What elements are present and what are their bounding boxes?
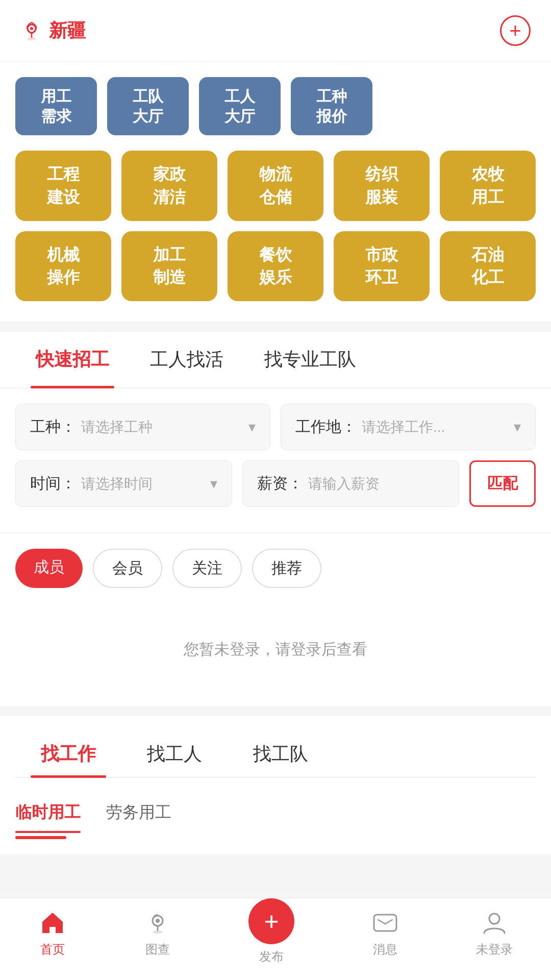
nav-map-label: 图查 [145, 941, 170, 958]
nav-publish[interactable]: + 发布 [248, 909, 294, 965]
yellow-categories: 工程建设 家政清洁 物流仓储 纺织服装 农牧用工 机械操作 加工制造 餐饮娱乐 … [0, 140, 551, 322]
job-type-label: 工种： [30, 416, 76, 437]
yellow-cat-jz[interactable]: 家政清洁 [121, 151, 217, 221]
svg-point-5 [156, 919, 160, 923]
nav-message-label: 消息 [373, 941, 397, 958]
match-button[interactable]: 匹配 [469, 460, 536, 507]
bottom-main-tabs: 找工作 找工人 找工队 [15, 731, 536, 778]
work-location-placeholder: 请选择工作... [362, 418, 514, 437]
job-type-filter[interactable]: 工种： 请选择工种 ▾ [15, 404, 270, 450]
svg-point-8 [489, 914, 499, 924]
home-icon [38, 909, 67, 937]
yellow-cat-gc[interactable]: 工程建设 [15, 151, 111, 221]
yellow-cat-sz[interactable]: 市政环卫 [334, 231, 430, 302]
location-icon [20, 19, 43, 42]
time-chevron: ▾ [210, 475, 217, 492]
member-tab-recommend[interactable]: 推荐 [252, 549, 321, 588]
nav-home[interactable]: 首页 [38, 909, 67, 965]
nav-home-label: 首页 [40, 941, 65, 958]
nav-map[interactable]: 图查 [143, 909, 172, 965]
blue-cat-gd[interactable]: 工队大厅 [107, 77, 189, 135]
bottom-nav: 首页 图查 + 发布 消息 [0, 898, 551, 980]
yellow-cat-jx[interactable]: 机械操作 [15, 231, 111, 302]
time-filter[interactable]: 时间： 请选择时间 ▾ [15, 460, 232, 507]
yellow-cat-fz[interactable]: 纺织服装 [334, 151, 430, 221]
add-button[interactable]: + [500, 15, 531, 46]
salary-filter[interactable]: 薪资： 请输入薪资 [242, 460, 459, 507]
main-tabs-row: 快速招工 工人找活 找专业工队 [0, 332, 551, 388]
svg-point-1 [30, 27, 33, 30]
nav-message[interactable]: 消息 [371, 909, 399, 965]
work-location-filter[interactable]: 工作地： 请选择工作... ▾ [281, 404, 536, 450]
member-tabs: 成员 会员 关注 推荐 [15, 549, 536, 588]
plus-icon: + [509, 20, 521, 41]
member-section: 成员 会员 关注 推荐 您暂未登录，请登录后查看 [0, 533, 551, 706]
job-type-placeholder: 请选择工种 [81, 418, 248, 437]
location-text: 新疆 [49, 18, 86, 43]
job-type-chevron: ▾ [248, 419, 256, 435]
nav-profile-label: 未登录 [476, 941, 513, 958]
yellow-cat-wl[interactable]: 物流仓储 [228, 151, 323, 221]
work-location-label: 工作地： [295, 416, 357, 437]
blue-cat-gz[interactable]: 工种报价 [291, 77, 372, 135]
header: 新疆 + [0, 0, 551, 62]
login-notice: 您暂未登录，请登录后查看 [15, 608, 536, 691]
main-tabs-section: 快速招工 工人找活 找专业工队 工种： 请选择工种 ▾ 工作地： 请选择工作..… [0, 332, 551, 532]
filter-section: 工种： 请选择工种 ▾ 工作地： 请选择工作... ▾ 时间： 请选择时间 ▾ … [0, 388, 551, 532]
filter-row-1: 工种： 请选择工种 ▾ 工作地： 请选择工作... ▾ [15, 404, 536, 450]
map-icon [143, 909, 172, 937]
svg-point-6 [153, 930, 163, 934]
salary-label: 薪资： [257, 473, 303, 494]
nav-publish-label: 发布 [259, 948, 284, 965]
yellow-cat-jg[interactable]: 加工制造 [121, 231, 217, 302]
svg-rect-7 [374, 915, 396, 931]
sub-tabs: 临时用工 劳务用工 [15, 793, 536, 832]
filter-row-2: 时间： 请选择时间 ▾ 薪资： 请输入薪资 匹配 [15, 460, 536, 507]
tab-quick-recruit[interactable]: 快速招工 [15, 332, 130, 387]
tab-find-workteam[interactable]: 找工队 [228, 731, 334, 777]
bottom-content-section: 找工作 找工人 找工队 临时用工 劳务用工 [0, 716, 551, 854]
tab-find-work[interactable]: 工人找活 [130, 332, 244, 387]
profile-icon [480, 909, 509, 937]
member-tab-vip[interactable]: 会员 [93, 549, 162, 588]
time-label: 时间： [30, 473, 76, 494]
nav-profile[interactable]: 未登录 [476, 909, 513, 965]
member-tab-follow[interactable]: 关注 [172, 549, 242, 588]
blue-cat-yg[interactable]: 用工需求 [15, 77, 97, 135]
publish-button[interactable]: + [248, 898, 294, 944]
sub-tab-temp[interactable]: 临时用工 [15, 793, 81, 832]
yellow-cat-sy[interactable]: 石油化工 [440, 231, 536, 302]
tab-find-worker[interactable]: 找工人 [121, 731, 228, 777]
publish-icon: + [264, 909, 279, 934]
location-button[interactable]: 新疆 [20, 18, 86, 43]
salary-placeholder: 请输入薪资 [308, 474, 444, 494]
yellow-cat-cy[interactable]: 餐饮娱乐 [228, 231, 323, 302]
tab-find-job[interactable]: 找工作 [15, 731, 121, 777]
yellow-cat-nm[interactable]: 农牧用工 [440, 151, 536, 221]
blue-categories: 用工需求 工队大厅 工人大厅 工种报价 [0, 62, 551, 140]
time-placeholder: 请选择时间 [81, 474, 210, 494]
message-icon [371, 909, 399, 937]
member-tab-member[interactable]: 成员 [15, 549, 83, 588]
sub-tab-labor[interactable]: 劳务用工 [106, 793, 171, 832]
work-location-chevron: ▾ [514, 419, 521, 435]
tab-find-team[interactable]: 找专业工队 [244, 332, 377, 387]
sub-tab-indicator [15, 836, 66, 839]
blue-cat-gr[interactable]: 工人大厅 [199, 77, 281, 135]
